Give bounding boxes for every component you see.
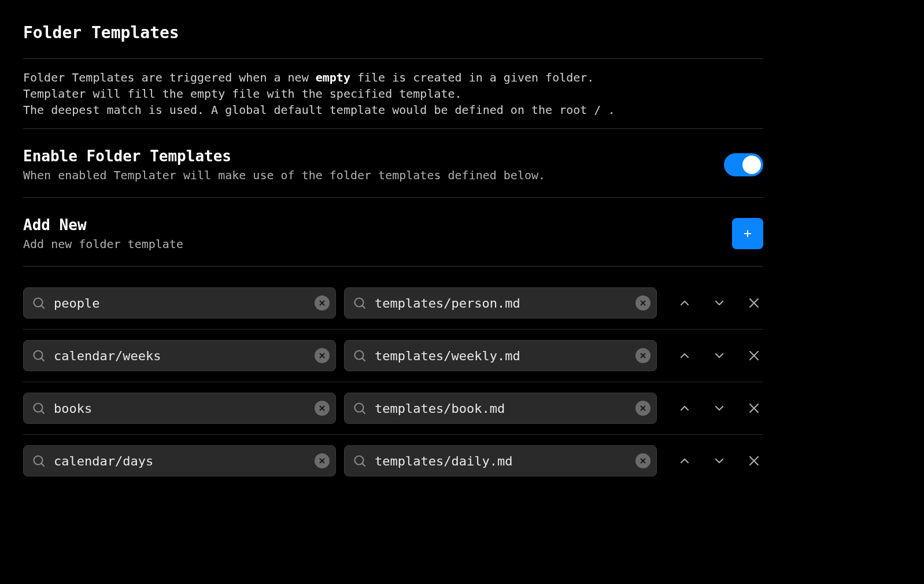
svg-line-37 (363, 464, 365, 466)
move-down-button[interactable] (710, 346, 729, 365)
folder-input[interactable] (54, 349, 308, 363)
template-row (23, 382, 763, 435)
svg-line-23 (42, 411, 44, 413)
desc-text: file is created in a given folder. (350, 71, 594, 84)
move-up-button[interactable] (675, 399, 694, 417)
row-actions (665, 346, 763, 365)
clear-template-button[interactable] (635, 453, 651, 468)
template-row (23, 277, 763, 330)
svg-line-17 (363, 358, 365, 361)
template-input[interactable] (375, 349, 629, 363)
enable-folder-templates-row: Enable Folder Templates When enabled Tem… (23, 139, 763, 187)
divider (23, 266, 763, 267)
folder-input[interactable] (54, 296, 308, 311)
divider (23, 58, 763, 59)
clear-folder-button[interactable] (315, 453, 330, 468)
search-icon (32, 401, 46, 415)
template-input-wrap (344, 287, 657, 319)
desc-text: The deepest match is used. A global defa… (23, 103, 615, 117)
add-new-row: Add New Add new folder template (23, 208, 763, 256)
folder-input[interactable] (54, 401, 308, 416)
delete-row-button[interactable] (745, 294, 763, 312)
search-icon (353, 349, 367, 363)
folder-input-wrap (23, 393, 336, 424)
svg-line-13 (42, 358, 44, 361)
clear-template-button[interactable] (635, 295, 651, 311)
folder-input-wrap (23, 287, 336, 319)
svg-line-27 (363, 411, 365, 413)
svg-line-3 (42, 306, 44, 308)
template-input[interactable] (375, 296, 629, 311)
divider (23, 197, 763, 198)
template-row (23, 330, 763, 382)
search-icon (353, 401, 367, 415)
enable-folder-templates-toggle[interactable] (724, 153, 763, 176)
template-input[interactable] (375, 401, 629, 416)
divider (23, 128, 763, 129)
move-down-button[interactable] (710, 399, 729, 417)
search-icon (32, 296, 46, 310)
row-actions (665, 452, 763, 470)
section-description: Folder Templates are triggered when a ne… (23, 69, 763, 118)
enable-title: Enable Folder Templates (23, 147, 545, 165)
delete-row-button[interactable] (745, 452, 763, 470)
clear-folder-button[interactable] (315, 348, 330, 363)
row-actions (665, 294, 763, 312)
folder-input[interactable] (54, 454, 308, 468)
delete-row-button[interactable] (745, 346, 763, 365)
search-icon (353, 296, 367, 310)
move-down-button[interactable] (710, 452, 729, 470)
clear-folder-button[interactable] (315, 401, 330, 416)
move-up-button[interactable] (675, 452, 694, 470)
folder-input-wrap (23, 340, 336, 371)
plus-icon (742, 228, 753, 239)
template-input-wrap (344, 393, 657, 424)
svg-line-7 (363, 306, 365, 308)
enable-subtitle: When enabled Templater will make use of … (23, 168, 545, 182)
clear-folder-button[interactable] (315, 295, 330, 311)
template-input-wrap (344, 445, 657, 476)
toggle-knob (742, 156, 761, 174)
desc-text: Templater will fill the empty file with … (23, 87, 462, 101)
template-input-wrap (344, 340, 657, 371)
search-icon (353, 454, 367, 468)
search-icon (32, 454, 46, 468)
page-title: Folder Templates (23, 23, 763, 42)
add-new-button[interactable] (732, 218, 763, 249)
clear-template-button[interactable] (635, 401, 651, 416)
desc-text: Folder Templates are triggered when a ne… (23, 71, 316, 84)
clear-template-button[interactable] (635, 348, 651, 363)
move-down-button[interactable] (710, 294, 729, 312)
svg-line-33 (42, 464, 44, 466)
add-new-title: Add New (23, 216, 183, 234)
row-actions (665, 399, 763, 417)
template-row (23, 435, 763, 487)
move-up-button[interactable] (675, 346, 694, 365)
search-icon (32, 349, 46, 363)
move-up-button[interactable] (675, 294, 694, 312)
template-input[interactable] (375, 454, 629, 468)
folder-input-wrap (23, 445, 336, 476)
delete-row-button[interactable] (745, 399, 763, 417)
desc-bold: empty (316, 71, 350, 84)
add-new-subtitle: Add new folder template (23, 237, 183, 251)
